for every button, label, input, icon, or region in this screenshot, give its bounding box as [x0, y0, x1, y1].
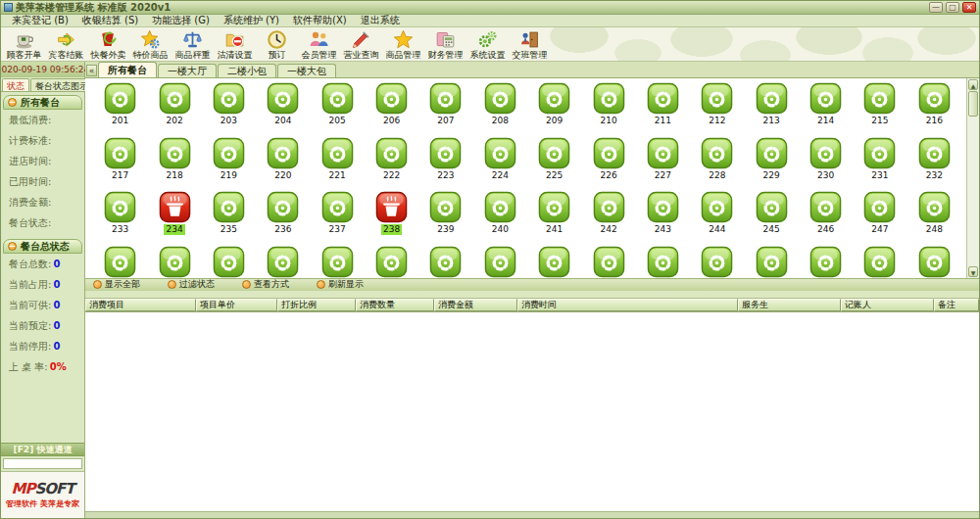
table-cell-230[interactable]: 230 [799, 137, 853, 192]
tab-0-active[interactable]: 所有餐台 [98, 62, 157, 77]
tab-3[interactable]: 一楼大包 [277, 64, 336, 77]
toolbar-button-query[interactable]: 营业查询 [340, 29, 382, 60]
table-cell-235[interactable]: 235 [202, 191, 256, 246]
table-cell-251[interactable]: 251 [202, 246, 256, 278]
toolbar-button-clock[interactable]: 预订 [256, 29, 298, 60]
table-cell-205[interactable]: 205 [311, 82, 365, 137]
toolbar-button-finance[interactable]: 财务管理 [424, 29, 466, 60]
table-cell-247[interactable]: 247 [853, 191, 906, 246]
table-cell-207[interactable]: 207 [418, 82, 472, 137]
table-cell-220[interactable]: 220 [256, 137, 310, 192]
table-cell-243[interactable]: 243 [636, 191, 690, 246]
table-cell-242[interactable]: 242 [581, 191, 635, 246]
table-cell-219[interactable]: 219 [202, 137, 256, 192]
close-button[interactable]: ✕ [962, 2, 976, 13]
scroll-up-icon[interactable]: ▲ [968, 79, 978, 90]
table-cell-255[interactable]: 255 [418, 246, 472, 278]
table-cell-246[interactable]: 246 [799, 191, 853, 246]
table-cell-234[interactable]: 234 [147, 191, 201, 246]
table-cell-249[interactable]: 249 [93, 246, 147, 278]
grid-toolbar-button-2[interactable]: 查看方式 [242, 278, 289, 291]
table-cell-209[interactable]: 209 [527, 82, 581, 137]
column-header-0[interactable]: 消费项目 [85, 299, 196, 311]
scroll-down-icon[interactable]: ▼ [968, 266, 978, 277]
table-cell-233[interactable]: 233 [93, 191, 147, 246]
table-cell-239[interactable]: 239 [418, 191, 472, 246]
table-cell-225[interactable]: 225 [527, 137, 581, 192]
scrollbar-thumb[interactable] [968, 91, 978, 117]
menu-item-4[interactable]: 软件帮助(X) [286, 14, 354, 27]
table-cell-236[interactable]: 236 [256, 191, 310, 246]
quick-channel-button[interactable]: [F2] 快速通道 [1, 443, 84, 456]
table-cell-252[interactable]: 252 [256, 246, 310, 278]
table-cell-241[interactable]: 241 [527, 191, 581, 246]
table-cell-203[interactable]: 203 [202, 82, 256, 137]
toolbar-button-takeout[interactable]: 快餐外卖 [87, 29, 129, 60]
toolbar-button-soldout[interactable]: 沽清设置 [214, 29, 256, 60]
grid-toolbar-button-0[interactable]: 显示全部 [93, 278, 140, 291]
table-cell-240[interactable]: 240 [473, 191, 527, 246]
table-cell-206[interactable]: 206 [365, 82, 418, 137]
table-cell-215[interactable]: 215 [853, 82, 906, 137]
table-cell-254[interactable]: 254 [365, 246, 418, 278]
table-cell-218[interactable]: 218 [147, 137, 201, 192]
table-cell-259[interactable]: 259 [636, 246, 690, 278]
toolbar-button-gears[interactable]: 系统设置 [466, 29, 509, 60]
column-header-7[interactable]: 记账人 [841, 299, 934, 311]
table-cell-244[interactable]: 244 [690, 191, 744, 246]
table-cell-222[interactable]: 222 [365, 137, 418, 192]
toolbar-button-cup[interactable]: 顾客开单 [3, 29, 45, 60]
grid-toolbar-button-3[interactable]: 刷新显示 [317, 278, 364, 291]
table-cell-210[interactable]: 210 [581, 82, 635, 137]
table-cell-237[interactable]: 237 [311, 191, 365, 246]
table-cell-217[interactable]: 217 [93, 137, 147, 192]
panel-status-header[interactable]: − 餐台总状态 [3, 239, 82, 254]
table-cell-256[interactable]: 256 [473, 246, 527, 278]
column-header-6[interactable]: 服务生 [738, 299, 841, 311]
table-cell-204[interactable]: 204 [256, 82, 310, 137]
table-cell-231[interactable]: 231 [853, 137, 906, 192]
table-cell-214[interactable]: 214 [799, 82, 853, 137]
sidebar-tab-status[interactable]: 状态 [2, 78, 29, 91]
toolbar-button-star[interactable]: 商品管理 [382, 29, 424, 60]
grid-toolbar-button-1[interactable]: 过滤状态 [168, 278, 215, 291]
tab-1[interactable]: 一楼大厅 [158, 64, 217, 77]
table-cell-229[interactable]: 229 [745, 137, 799, 192]
toolbar-button-members[interactable]: 会员管理 [298, 29, 340, 60]
table-cell-226[interactable]: 226 [581, 137, 635, 192]
table-cell-238[interactable]: 238 [365, 191, 418, 246]
column-header-1[interactable]: 项目单价 [196, 299, 277, 311]
table-cell-250[interactable]: 250 [147, 246, 201, 278]
menu-item-0[interactable]: 来宾登记 (B) [5, 14, 75, 27]
panel-all-tables-header[interactable]: − 所有餐台 [3, 95, 82, 110]
collapse-sidebar-button[interactable]: « [86, 65, 97, 76]
menu-item-3[interactable]: 系统维护 (Y) [217, 14, 286, 27]
maximize-button[interactable]: □ [946, 2, 959, 13]
table-cell-258[interactable]: 258 [581, 246, 635, 278]
table-cell-221[interactable]: 221 [311, 137, 365, 192]
vertical-scrollbar[interactable]: ▲ ▼ [966, 78, 979, 278]
column-header-2[interactable]: 打折比例 [277, 299, 356, 311]
table-cell-202[interactable]: 202 [147, 82, 201, 137]
table-cell-223[interactable]: 223 [418, 137, 472, 192]
table-cell-253[interactable]: 253 [311, 246, 365, 278]
table-cell-213[interactable]: 213 [745, 82, 799, 137]
menu-item-2[interactable]: 功能选择 (G) [145, 14, 217, 27]
tab-2[interactable]: 二楼小包 [218, 64, 276, 77]
table-cell-201[interactable]: 201 [93, 82, 147, 137]
table-cell-224[interactable]: 224 [473, 137, 527, 192]
table-cell-232[interactable]: 232 [907, 137, 961, 192]
sidebar-tab-diagram[interactable]: 餐台状态图示 [30, 78, 93, 91]
table-cell-211[interactable]: 211 [636, 82, 690, 137]
toolbar-button-arrow[interactable]: 宾客结账 [45, 29, 87, 60]
table-cell-228[interactable]: 228 [690, 137, 744, 192]
toolbar-button-star-gear[interactable]: 特价商品 [129, 29, 172, 60]
table-cell-248[interactable]: 248 [907, 191, 961, 246]
column-header-4[interactable]: 消费金额 [434, 299, 517, 311]
table-cell-212[interactable]: 212 [690, 82, 744, 137]
table-cell-216[interactable]: 216 [907, 82, 961, 137]
table-cell-227[interactable]: 227 [636, 137, 690, 192]
table-cell-604[interactable]: 604 [907, 246, 961, 278]
column-header-8[interactable]: 备注 [934, 299, 979, 311]
menu-item-1[interactable]: 收银结算 (S) [75, 14, 145, 27]
